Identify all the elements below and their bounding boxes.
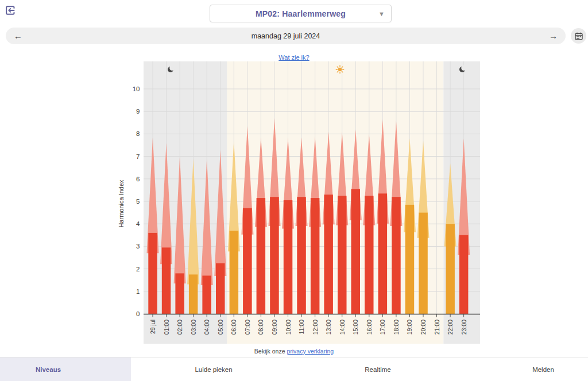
level-bar	[338, 196, 347, 314]
chart-svg: 012345678910Harmonica Index29 jul01:0002…	[0, 60, 588, 345]
level-bar	[284, 200, 293, 314]
y-tick-label: 7	[136, 153, 140, 160]
x-tick-label: 16:00	[366, 320, 373, 335]
station-select[interactable]: MP02: Haarlemmerweg ▼	[210, 5, 392, 22]
level-bar	[202, 275, 211, 314]
x-tick-label: 22:00	[447, 320, 454, 335]
tab-realtime[interactable]: Realtime	[359, 363, 396, 376]
level-bar	[459, 235, 469, 314]
station-select-value: MP02: Haarlemmerweg	[256, 9, 346, 18]
tab-melden[interactable]: Melden	[527, 363, 560, 376]
bottom-navigation: Niveaus Luide pieken Realtime Melden	[0, 357, 588, 381]
harmonica-index-chart: 012345678910Harmonica Index29 jul01:0002…	[0, 60, 588, 345]
next-day-button[interactable]: →	[549, 32, 558, 40]
level-bar	[230, 231, 239, 314]
y-tick-label: 4	[136, 220, 140, 227]
level-bar	[324, 195, 333, 314]
tab-niveaus[interactable]: Niveaus	[30, 363, 67, 376]
x-tick-label: 21:00	[434, 320, 440, 335]
level-bar	[257, 198, 266, 314]
level-bar	[446, 224, 455, 314]
calendar-icon	[575, 32, 583, 40]
level-bar	[365, 196, 374, 314]
x-tick-label: 10:00	[285, 320, 292, 335]
x-tick-label: 09:00	[271, 320, 278, 335]
x-tick-label: 08:00	[257, 320, 264, 335]
calendar-button[interactable]	[571, 28, 586, 44]
x-tick-label: 14:00	[339, 320, 346, 335]
y-tick-label: 5	[136, 198, 140, 205]
y-axis-title: Harmonica Index	[118, 180, 125, 228]
x-tick-label: 03:00	[190, 320, 197, 335]
level-bar	[392, 197, 401, 314]
level-bar	[148, 233, 157, 314]
level-bar	[405, 205, 415, 314]
x-tick-label: 13:00	[325, 320, 332, 335]
level-bar	[270, 197, 279, 314]
exit-button[interactable]	[4, 5, 16, 16]
level-bar	[378, 193, 388, 314]
current-date-label: maandag 29 juli 2024	[252, 32, 320, 40]
level-bar	[419, 213, 428, 314]
sun-icon	[336, 65, 344, 73]
x-tick-label: 06:00	[230, 320, 237, 335]
x-tick-label: 02:00	[176, 320, 183, 335]
x-tick-label: 29 jul	[149, 320, 156, 334]
y-tick-label: 0	[136, 310, 140, 317]
x-tick-label: 05:00	[217, 320, 224, 335]
x-tick-label: 04:00	[203, 320, 210, 335]
y-tick-label: 8	[136, 130, 140, 137]
noise-monitor-app: MP02: Haarlemmerweg ▼ ← maandag 29 juli …	[0, 0, 588, 381]
tab-luide-pieken[interactable]: Luide pieken	[189, 363, 238, 376]
x-tick-label: 07:00	[244, 320, 251, 335]
x-tick-label: 19:00	[406, 320, 413, 335]
x-tick-label: 23:00	[461, 320, 467, 335]
level-bar	[297, 197, 306, 314]
level-bar	[351, 189, 361, 314]
y-tick-label: 10	[133, 85, 140, 92]
privacy-prefix-text: Bekijk onze	[254, 348, 285, 355]
level-bar	[175, 273, 184, 314]
x-tick-label: 17:00	[379, 320, 386, 335]
level-bar	[311, 198, 320, 314]
y-tick-label: 3	[136, 243, 140, 250]
privacy-row: Bekijk onze privacy verklaring	[0, 348, 588, 355]
x-tick-label: 20:00	[420, 320, 427, 335]
x-tick-label: 11:00	[298, 320, 305, 335]
level-bar	[216, 263, 225, 314]
level-bar	[243, 208, 252, 314]
chevron-down-icon: ▼	[378, 10, 385, 17]
y-tick-label: 6	[136, 176, 140, 182]
level-bar	[189, 274, 198, 314]
x-tick-label: 01:00	[163, 320, 170, 335]
x-tick-label: 18:00	[393, 320, 400, 335]
y-tick-label: 2	[136, 266, 140, 273]
level-bar	[162, 247, 171, 314]
y-tick-label: 1	[136, 288, 140, 295]
y-tick-label: 9	[136, 108, 140, 115]
exit-left-icon	[4, 5, 16, 16]
x-tick-label: 12:00	[312, 320, 319, 335]
x-tick-label: 15:00	[352, 320, 359, 335]
privacy-statement-link[interactable]: privacy verklaring	[287, 348, 334, 355]
previous-day-button[interactable]: ←	[14, 32, 22, 40]
date-navigation-bar: ← maandag 29 juli 2024 →	[6, 28, 566, 44]
